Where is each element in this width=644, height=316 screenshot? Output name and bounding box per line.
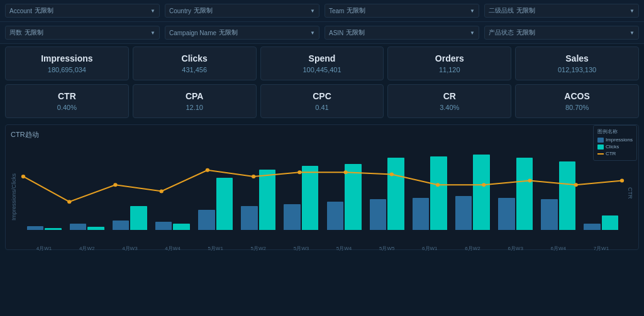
ctr-dot-4 (206, 168, 209, 172)
cpc-card: CPC 0.41 (260, 84, 384, 118)
ctr-line-chart (23, 142, 622, 230)
orders-title: Orders (396, 53, 503, 63)
product-status-filter[interactable]: 产品状态 无限制 ▼ (484, 26, 639, 40)
cpc-value: 0.41 (269, 104, 376, 111)
impressions-card: Impressions 180,695,034 (5, 46, 129, 80)
asin-label: ASIN (329, 30, 343, 36)
campaign-label: Campaign Name (169, 30, 216, 36)
ctr-dot-10 (482, 183, 486, 187)
brand-label: 二级品线 (489, 6, 514, 15)
account-label: Account (9, 8, 32, 14)
legend-ctr-line (597, 153, 604, 155)
ctr-dot-0 (21, 175, 25, 178)
asin-value: 无限制 (346, 28, 467, 37)
x-label-0: 4月W1 (23, 245, 65, 252)
x-label-9: 6月W1 (409, 245, 450, 252)
ctr-dot-12 (574, 183, 578, 187)
product-status-value: 无限制 (516, 28, 627, 37)
filter-row-1: Account 无限制 ▼ Country 无限制 ▼ Team 无限制 ▼ 二… (0, 0, 644, 22)
acos-value: 80.70% (523, 104, 631, 111)
filter-row-2: 周数 无限制 ▼ Campaign Name 无限制 ▼ ASIN 无限制 ▼ … (0, 22, 644, 44)
ctr-title: CTR (13, 91, 121, 101)
country-value: 无限制 (194, 6, 308, 15)
chart-legend: 图例名称 Impressions Clicks CTR (593, 125, 637, 161)
ctr-dot-1 (67, 200, 71, 204)
ctr-dot-2 (113, 183, 117, 187)
x-label-11: 6月W3 (495, 245, 536, 252)
ctr-card: CTR 0.40% (5, 84, 129, 118)
x-label-12: 6月W4 (538, 245, 579, 252)
ctr-dot-5 (252, 175, 255, 178)
country-arrow: ▼ (310, 8, 315, 14)
x-label-3: 4月W4 (152, 245, 193, 252)
brand-value: 无限制 (516, 6, 627, 15)
account-value: 无限制 (35, 6, 148, 15)
x-axis-labels: 4月W14月W24月W34月W45月W15月W25月W35月W45月W56月W1… (21, 245, 625, 252)
week-arrow: ▼ (150, 30, 155, 36)
campaign-value: 无限制 (219, 28, 308, 37)
metrics-row-1: Impressions 180,695,034 Clicks 431,456 S… (5, 46, 639, 80)
week-filter[interactable]: 周数 无限制 ▼ (5, 26, 160, 40)
cpa-card: CPA 12.10 (133, 84, 257, 118)
ctr-dot-9 (436, 183, 440, 187)
x-label-4: 5月W1 (195, 245, 236, 252)
legend-clicks: Clicks (597, 144, 633, 150)
cpc-title: CPC (269, 91, 376, 101)
sales-title: Sales (523, 53, 631, 63)
cpa-title: CPA (141, 91, 248, 101)
team-value: 无限制 (347, 6, 467, 15)
impressions-value: 180,695,034 (13, 66, 121, 74)
legend-ctr-text: CTR (606, 151, 616, 156)
legend-clicks-color (597, 144, 604, 150)
ctr-line-path (23, 170, 622, 202)
clicks-title: Clicks (141, 53, 248, 63)
country-filter[interactable]: Country 无限制 ▼ (165, 4, 319, 18)
asin-arrow: ▼ (470, 30, 475, 36)
orders-card: Orders 11,120 (387, 46, 511, 80)
cr-card: CR 3.40% (387, 84, 511, 118)
legend-impressions: Impressions (597, 137, 633, 143)
x-label-7: 5月W4 (323, 245, 365, 252)
ctr-value: 0.40% (13, 104, 121, 111)
campaign-filter[interactable]: Campaign Name 无限制 ▼ (165, 26, 319, 40)
account-arrow: ▼ (150, 8, 155, 14)
ctr-dot-13 (620, 179, 624, 183)
x-label-5: 5月W2 (238, 245, 279, 252)
sales-value: 012,193,130 (523, 66, 631, 74)
x-label-13: 7月W1 (580, 245, 622, 252)
campaign-arrow: ▼ (310, 30, 315, 36)
spend-card: Spend 100,445,401 (260, 46, 384, 80)
cpa-value: 12.10 (141, 104, 248, 111)
legend-impressions-color (597, 138, 604, 143)
spend-value: 100,445,401 (269, 66, 376, 74)
metrics-section: Impressions 180,695,034 Clicks 431,456 S… (0, 44, 644, 124)
ctr-dot-6 (297, 170, 301, 174)
account-filter[interactable]: Account 无限制 ▼ (5, 4, 160, 18)
legend-title: 图例名称 (597, 128, 633, 135)
y-axis-left-label: Impressions/Clicks (11, 142, 21, 252)
week-value: 无限制 (25, 28, 148, 37)
cr-value: 3.40% (396, 104, 503, 111)
legend-impressions-text: Impressions (606, 137, 633, 143)
metrics-row-2: CTR 0.40% CPA 12.10 CPC 0.41 CR 3.40% AC… (5, 84, 639, 118)
x-label-2: 4月W3 (109, 245, 150, 252)
legend-clicks-text: Clicks (606, 144, 619, 150)
chart-area: Impressions/Clicks 4月W14月W24月W34月W45月W15… (11, 142, 633, 252)
acos-title: ACOS (523, 91, 631, 101)
sales-card: Sales 012,193,130 (515, 46, 639, 80)
team-filter[interactable]: Team 无限制 ▼ (325, 4, 479, 18)
cr-title: CR (396, 91, 503, 101)
brand-arrow: ▼ (630, 8, 635, 14)
ctr-dot-8 (390, 173, 394, 177)
brand-filter[interactable]: 二级品线 无限制 ▼ (484, 4, 639, 18)
ctr-chart-section: CTR趋动 Impressions/Clicks 4月W14月W24月W34月W… (5, 124, 639, 250)
week-label: 周数 (9, 28, 22, 37)
ctr-dot-7 (343, 170, 347, 174)
impressions-title: Impressions (13, 53, 121, 63)
team-label: Team (329, 8, 344, 14)
chart-title: CTR趋动 (11, 130, 633, 139)
orders-value: 11,120 (396, 66, 503, 74)
asin-filter[interactable]: ASIN 无限制 ▼ (325, 26, 479, 40)
clicks-value: 431,456 (141, 66, 248, 74)
x-label-6: 5月W3 (280, 245, 322, 252)
